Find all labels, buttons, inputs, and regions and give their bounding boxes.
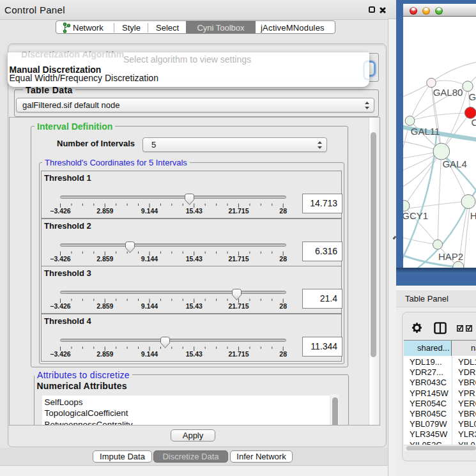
svg-text:H: H <box>470 210 476 221</box>
svg-text:GAL4: GAL4 <box>442 158 466 169</box>
svg-text:HAP2: HAP2 <box>438 251 463 262</box>
svg-text:GAL80: GAL80 <box>433 87 463 98</box>
svg-text:GAL11: GAL11 <box>411 126 440 137</box>
svg-text:GA: GA <box>469 91 476 102</box>
svg-text:C: C <box>471 117 476 128</box>
svg-text:GCY1: GCY1 <box>403 210 428 221</box>
